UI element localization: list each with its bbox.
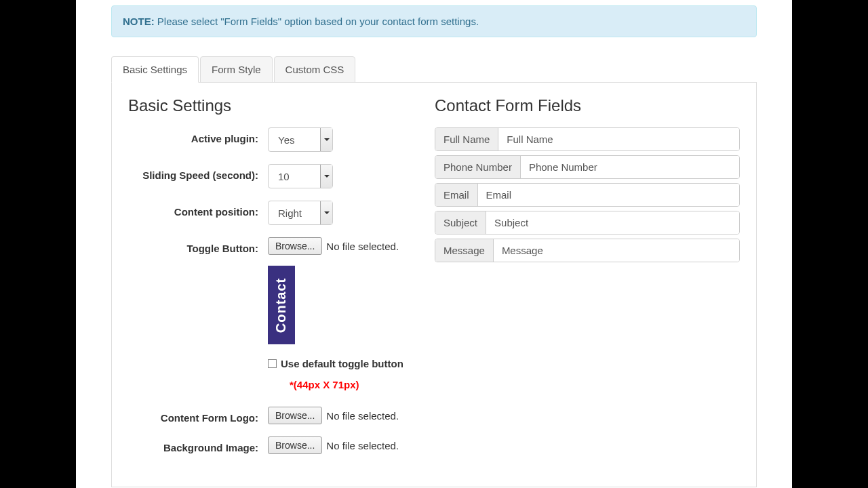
- sliding-speed-value: 10: [269, 171, 290, 182]
- content-position-value: Right: [269, 207, 302, 219]
- content-logo-browse[interactable]: Browse...: [268, 407, 322, 424]
- content-position-label: Content position:: [128, 201, 268, 218]
- message-addon: Message: [435, 239, 494, 262]
- toggle-button-file-status: No file selected.: [326, 241, 399, 252]
- toggle-button-label: Toggle Button:: [128, 237, 268, 254]
- bg-image-browse[interactable]: Browse...: [268, 436, 322, 454]
- phone-addon: Phone Number: [435, 156, 521, 178]
- bg-image-label: Background Image:: [128, 436, 268, 453]
- toggle-button-preview-text: Contact: [274, 277, 290, 332]
- email-addon: Email: [435, 184, 478, 206]
- contact-fields-heading: Contact Form Fields: [435, 96, 740, 115]
- settings-panel: Basic Settings Active plugin: Yes Slidin…: [111, 83, 757, 487]
- use-default-label: Use default toggle button: [281, 358, 403, 369]
- sliding-speed-select[interactable]: 10: [268, 164, 333, 188]
- field-subject: Subject: [435, 211, 740, 235]
- content-logo-label: Content Form Logo:: [128, 407, 268, 424]
- active-plugin-value: Yes: [269, 134, 294, 146]
- subject-addon: Subject: [435, 211, 486, 234]
- contact-fields-column: Contact Form Fields Full Name Phone Numb…: [435, 96, 740, 466]
- note-alert: NOTE: Please select "Form Fields" option…: [111, 5, 757, 37]
- email-input[interactable]: [478, 184, 739, 206]
- toggle-size-note: *(44px X 71px): [290, 379, 427, 390]
- sliding-speed-label: Sliding Speed (second):: [128, 164, 268, 181]
- toggle-button-browse[interactable]: Browse...: [268, 237, 322, 255]
- note-text: Please select "Form Fields" option based…: [155, 16, 479, 27]
- content-logo-file-status: No file selected.: [326, 410, 399, 422]
- chevron-down-icon: [320, 201, 332, 224]
- active-plugin-label: Active plugin:: [128, 127, 268, 144]
- phone-input[interactable]: [521, 156, 739, 178]
- use-default-checkbox[interactable]: [268, 359, 277, 368]
- subject-input[interactable]: [486, 211, 739, 234]
- fullname-input[interactable]: [498, 128, 739, 150]
- field-phone: Phone Number: [435, 155, 740, 179]
- message-input[interactable]: [494, 239, 739, 262]
- chevron-down-icon: [320, 128, 332, 151]
- field-email: Email: [435, 183, 740, 207]
- content-position-select[interactable]: Right: [268, 201, 333, 225]
- note-prefix: NOTE:: [123, 16, 155, 27]
- tabs: Basic Settings Form Style Custom CSS: [111, 56, 757, 83]
- tab-form-style[interactable]: Form Style: [200, 56, 273, 83]
- tab-custom-css[interactable]: Custom CSS: [274, 56, 356, 83]
- bg-image-file-status: No file selected.: [326, 440, 399, 451]
- basic-settings-heading: Basic Settings: [128, 96, 427, 115]
- active-plugin-select[interactable]: Yes: [268, 127, 333, 152]
- chevron-down-icon: [320, 165, 332, 188]
- field-fullname: Full Name: [435, 127, 740, 151]
- toggle-button-preview: Contact: [268, 266, 295, 344]
- field-message: Message: [435, 239, 740, 262]
- tab-basic-settings[interactable]: Basic Settings: [111, 56, 199, 83]
- basic-settings-column: Basic Settings Active plugin: Yes Slidin…: [128, 96, 427, 466]
- fullname-addon: Full Name: [435, 128, 498, 150]
